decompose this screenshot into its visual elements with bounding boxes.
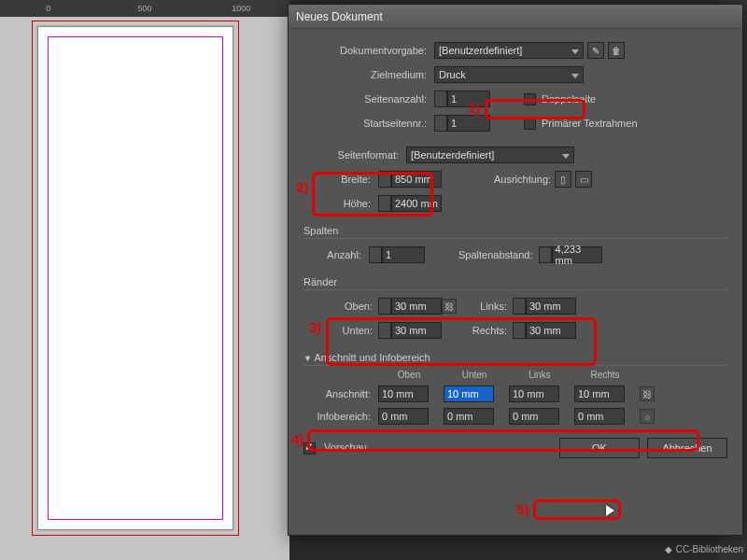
save-preset-icon[interactable]: ✎ [587, 42, 604, 59]
margin-top-spinner[interactable] [378, 298, 391, 315]
margin-left-label: Links: [466, 301, 513, 312]
margin-top-label: Oben: [331, 301, 378, 312]
slug-top-input[interactable]: 0 mm [378, 408, 429, 425]
margin-left-input[interactable]: 30 mm [526, 298, 576, 315]
primary-textframe-label: Primärer Textrahmen [542, 118, 638, 129]
margin-bottom-input[interactable]: 30 mm [391, 322, 442, 339]
bleed-bottom-input[interactable]: 10 mm [444, 385, 494, 402]
startpage-spinner[interactable] [434, 115, 447, 132]
bleed-col-left: Links [509, 370, 571, 380]
margins-link-icon[interactable]: ⛓ [442, 299, 457, 314]
margins-section-title: Ränder [303, 276, 727, 290]
bleed-top-input[interactable]: 10 mm [378, 385, 429, 402]
preset-dropdown[interactable]: [Benutzerdefiniert] [434, 42, 584, 59]
canvas-area: 0 500 1000 [0, 0, 289, 560]
slug-link-icon[interactable]: ☼ [640, 409, 655, 424]
margin-bottom-label: Unten: [331, 325, 378, 336]
pages-label: Seitenanzahl: [303, 93, 434, 105]
gutter-input[interactable]: 4,233 mm [552, 246, 602, 263]
margin-bottom-spinner[interactable] [378, 322, 391, 339]
width-input[interactable]: 850 mm [391, 171, 442, 188]
height-spinner[interactable] [378, 195, 391, 212]
columns-count-label: Anzahl: [303, 249, 369, 260]
cancel-button[interactable]: Abbrechen [647, 438, 727, 458]
slug-right-input[interactable]: 0 mm [574, 408, 625, 425]
margin-right-spinner[interactable] [513, 322, 526, 339]
width-label: Breite: [303, 174, 378, 185]
bleed-col-top: Oben [378, 370, 440, 380]
startpage-label: Startseitennr.: [303, 118, 434, 129]
ruler-tick: 1000 [193, 4, 289, 13]
bleed-left-input[interactable]: 10 mm [509, 385, 559, 402]
orientation-label: Ausrichtung: [494, 174, 551, 185]
intent-dropdown[interactable]: Druck [434, 66, 584, 83]
ruler-tick: 500 [96, 4, 192, 13]
slug-bottom-input[interactable]: 0 mm [444, 408, 494, 425]
bleed-col-bottom: Unten [444, 370, 505, 380]
pagesize-dropdown[interactable]: [Benutzerdefiniert] [406, 147, 574, 163]
height-input[interactable]: 2400 mm [391, 195, 442, 212]
margin-top-input[interactable]: 30 mm [391, 298, 442, 315]
intent-label: Zielmedium: [303, 69, 434, 80]
pagesize-label: Seitenformat: [303, 149, 406, 161]
startpage-input[interactable]: 1 [447, 115, 490, 132]
facing-pages-checkbox[interactable] [524, 93, 536, 105]
document-page[interactable] [37, 26, 233, 530]
dialog-title: Neues Dokument [296, 10, 383, 23]
ruler-horizontal: 0 500 1000 [0, 0, 289, 17]
gutter-label: Spaltenabstand: [458, 249, 533, 260]
primary-textframe-checkbox[interactable] [524, 118, 536, 130]
ok-button[interactable]: OK [559, 438, 640, 458]
preview-checkbox[interactable] [303, 442, 316, 455]
margin-right-input[interactable]: 30 mm [526, 322, 576, 339]
bleed-link-icon[interactable]: ⛓ [640, 386, 655, 401]
columns-count-input[interactable]: 1 [382, 246, 425, 263]
columns-count-spinner[interactable] [369, 246, 382, 263]
new-document-dialog: Neues Dokument Dokumentvorgabe: [Benutze… [288, 4, 743, 536]
bleed-section-title[interactable]: Anschnitt und Infobereich [303, 352, 727, 366]
cc-libraries-tab[interactable]: ◆CC-Bibliotheken [665, 544, 743, 554]
slug-left-input[interactable]: 0 mm [509, 408, 559, 425]
orientation-landscape-icon[interactable]: ▭ [575, 171, 592, 188]
margin-right-label: Rechts: [466, 325, 513, 336]
height-label: Höhe: [303, 198, 378, 209]
columns-section-title: Spalten [303, 225, 727, 239]
ruler-tick: 0 [0, 4, 96, 13]
gutter-spinner[interactable] [539, 246, 552, 263]
slug-row-label: Infobereich: [303, 411, 374, 422]
width-spinner[interactable] [378, 171, 391, 188]
bleed-row-label: Anschnitt: [303, 388, 374, 399]
pages-input[interactable]: 1 [447, 91, 490, 107]
bleed-right-input[interactable]: 10 mm [574, 385, 625, 402]
facing-pages-label: Doppelseite [542, 93, 596, 105]
margin-left-spinner[interactable] [513, 298, 526, 315]
pages-spinner[interactable] [434, 91, 447, 107]
bleed-col-right: Rechts [574, 370, 636, 380]
dialog-titlebar[interactable]: Neues Dokument [289, 5, 742, 29]
orientation-portrait-icon[interactable]: ▯ [555, 171, 571, 188]
annotation-number-5: 5) [516, 501, 529, 517]
preset-label: Dokumentvorgabe: [303, 45, 434, 56]
preview-label: Vorschau [324, 441, 367, 453]
mouse-cursor-icon [606, 505, 614, 516]
delete-preset-icon[interactable]: 🗑 [608, 42, 625, 59]
